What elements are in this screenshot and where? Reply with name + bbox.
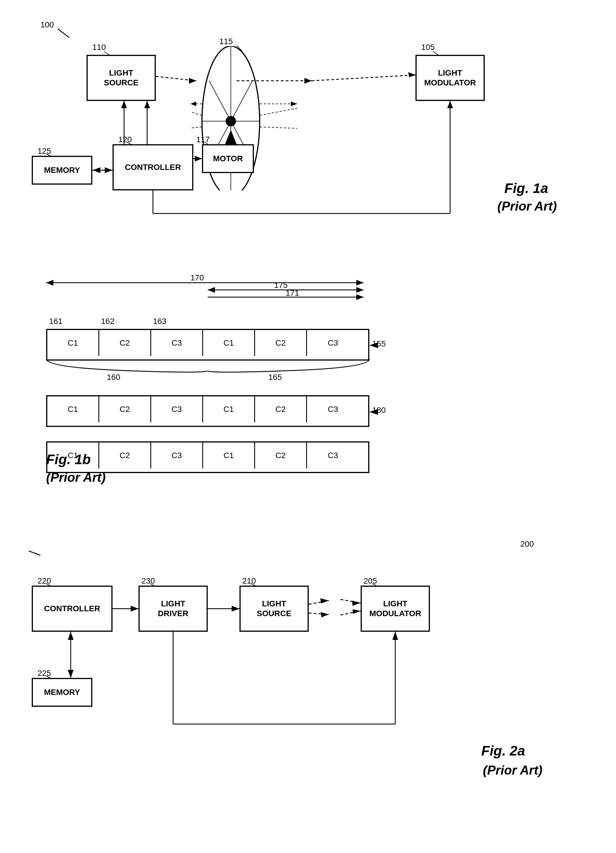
ref-125: 125 xyxy=(38,147,51,156)
seq-row-1: C1 C2 C3 C1 C2 C3 xyxy=(46,329,369,361)
figure-2a: 200 220 CONTROLLER 230 LIGHT DRIVER 210 … xyxy=(23,534,571,822)
svg-marker-17 xyxy=(291,102,297,106)
svg-marker-46 xyxy=(357,287,364,293)
ref-163: 163 xyxy=(153,317,167,326)
fig1b-sublabel: (Prior Art) xyxy=(46,470,106,485)
svg-marker-40 xyxy=(121,101,127,108)
fig1a-sublabel: (Prior Art) xyxy=(498,199,557,214)
fig1a-label: Fig. 1a xyxy=(504,180,548,196)
svg-line-12 xyxy=(190,127,202,130)
ref-162: 162 xyxy=(101,317,115,326)
fig1b-label: Fig. 1b xyxy=(46,451,91,467)
svg-marker-43 xyxy=(357,280,364,285)
figure-1a: 100 110 LIGHT SOURCE 115 xyxy=(23,17,571,254)
svg-marker-80 xyxy=(392,632,398,640)
svg-line-22 xyxy=(156,76,196,81)
ref-155: 155 xyxy=(372,339,386,349)
svg-text:165: 165 xyxy=(269,373,282,382)
seq-cell-r3c2: C2 xyxy=(99,443,151,469)
svg-line-67 xyxy=(309,613,329,615)
seq-cell-r1c4: C1 xyxy=(203,330,255,356)
svg-text:170: 170 xyxy=(190,273,204,282)
ref-180: 180 xyxy=(372,405,386,415)
svg-marker-31 xyxy=(195,156,202,162)
seq-cell-r1c2: C2 xyxy=(99,330,151,356)
controller-box-2a: CONTROLLER xyxy=(32,586,112,632)
svg-marker-13 xyxy=(190,102,196,106)
svg-marker-69 xyxy=(321,612,329,617)
controller-box-1a: CONTROLLER xyxy=(112,144,193,190)
ref-120: 120 xyxy=(118,135,132,144)
seq-cell-r1c5: C2 xyxy=(255,330,307,356)
svg-line-0 xyxy=(58,29,69,38)
svg-marker-63 xyxy=(131,606,138,612)
svg-marker-9 xyxy=(225,130,237,144)
seq-cell-r3c4: C1 xyxy=(203,443,255,469)
svg-text:171: 171 xyxy=(286,288,299,297)
svg-marker-34 xyxy=(105,167,112,173)
svg-marker-76 xyxy=(68,670,74,678)
ref-105: 105 xyxy=(421,43,435,52)
ref-210-2a: 210 xyxy=(242,576,256,586)
motor-box-1a: MOTOR xyxy=(202,144,254,173)
seq-cell-r2c5: C2 xyxy=(255,396,307,422)
seq-row-2: C1 C2 C3 C1 C2 C3 xyxy=(46,395,369,427)
seq-cell-r1c6: C3 xyxy=(307,330,359,356)
svg-text:160: 160 xyxy=(107,373,120,382)
svg-marker-27 xyxy=(408,72,416,77)
svg-marker-42 xyxy=(46,280,53,285)
seq-cell-r2c3: C3 xyxy=(151,396,203,422)
svg-line-26 xyxy=(312,75,416,81)
svg-marker-45 xyxy=(208,287,215,293)
light-source-box-2a: LIGHT SOURCE xyxy=(240,586,309,632)
svg-marker-23 xyxy=(189,78,196,83)
svg-line-2 xyxy=(237,46,242,52)
seq-cell-r2c4: C1 xyxy=(203,396,255,422)
memory-box-2a: MEMORY xyxy=(32,678,93,707)
seq-cell-r2c6: C3 xyxy=(307,396,359,422)
svg-line-71 xyxy=(340,611,361,615)
ref-115: 115 xyxy=(219,37,233,46)
svg-line-16 xyxy=(259,127,297,128)
seq-cell-r3c3: C3 xyxy=(151,443,203,469)
light-modulator-box-1a: LIGHT MODULATOR xyxy=(416,55,485,101)
figure-1b: 170 175 171 161 162 163 C1 C2 C3 C1 C2 C… xyxy=(23,271,571,496)
svg-line-56 xyxy=(29,551,40,555)
light-source-box-1a: LIGHT SOURCE xyxy=(86,55,156,101)
svg-marker-68 xyxy=(320,598,329,604)
svg-line-66 xyxy=(309,601,329,604)
light-driver-box-2a: LIGHT DRIVER xyxy=(138,586,208,632)
fig2a-label: Fig. 2a xyxy=(481,743,525,759)
ref-161: 161 xyxy=(49,317,62,326)
ref-220-2a: 220 xyxy=(38,576,51,586)
svg-text:175: 175 xyxy=(274,281,288,290)
ref-117: 117 xyxy=(196,135,210,144)
svg-marker-25 xyxy=(304,78,312,83)
ref-100: 100 xyxy=(40,20,54,29)
svg-marker-33 xyxy=(93,167,100,173)
seq-row-3: C1 C2 C3 C1 C2 C3 xyxy=(46,442,369,473)
ref-110: 110 xyxy=(93,43,106,52)
memory-box-1a: MEMORY xyxy=(32,156,93,185)
svg-marker-48 xyxy=(357,294,364,300)
ref-200: 200 xyxy=(520,539,534,549)
ref-205-2a: 205 xyxy=(364,576,377,586)
fig2a-sublabel: (Prior Art) xyxy=(483,763,542,777)
svg-marker-73 xyxy=(353,609,361,614)
seq-cell-r3c6: C3 xyxy=(307,443,359,469)
svg-line-11 xyxy=(190,107,202,115)
seq-cell-r2c1: C1 xyxy=(47,396,99,422)
svg-marker-75 xyxy=(68,632,74,640)
svg-marker-29 xyxy=(144,101,150,108)
svg-line-15 xyxy=(259,108,297,115)
ref-230-2a: 230 xyxy=(141,576,155,586)
svg-marker-38 xyxy=(447,101,453,108)
seq-cell-r2c2: C2 xyxy=(99,396,151,422)
svg-marker-65 xyxy=(232,606,240,612)
seq-cell-r1c1: C1 xyxy=(47,330,99,356)
seq-cell-r1c3: C3 xyxy=(151,330,203,356)
svg-line-70 xyxy=(340,600,361,603)
seq-cell-r3c5: C2 xyxy=(255,443,307,469)
ref-225-2a: 225 xyxy=(38,669,51,678)
svg-point-8 xyxy=(226,116,236,126)
